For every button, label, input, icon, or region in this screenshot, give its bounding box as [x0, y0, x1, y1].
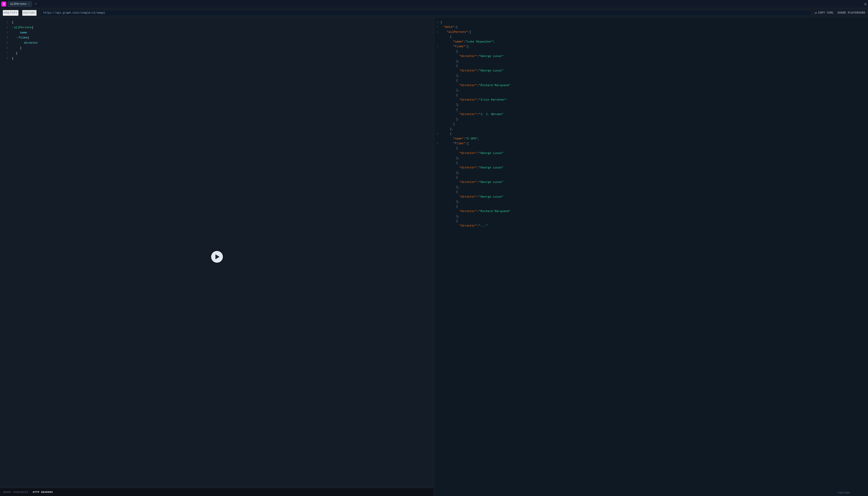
json-line: },	[434, 185, 868, 189]
json-line: "director": "George Lucas"	[434, 165, 868, 170]
json-line: {	[434, 175, 868, 180]
json-line: "name": "Luke Skywalker",	[434, 39, 868, 44]
settings-icon[interactable]: ⚙	[864, 2, 867, 6]
run-button-container	[211, 251, 223, 263]
code-line-7: 7 }	[0, 51, 434, 56]
json-line: ]	[434, 122, 868, 126]
json-line: {	[434, 107, 868, 112]
json-line: {	[434, 49, 868, 54]
play-icon	[216, 254, 220, 259]
json-line: "director": "George Lucas"	[434, 195, 868, 199]
tab-allpersons[interactable]: allPersons ×	[8, 1, 32, 7]
json-line: ▾ "films": [	[434, 141, 868, 146]
json-line: },	[434, 214, 868, 219]
history-button[interactable]: HISTORY	[22, 10, 37, 16]
json-line: "director": "Richard Marquand"	[434, 209, 868, 214]
prettify-button[interactable]: PRETTIFY	[3, 10, 18, 16]
json-line: "director": "Irvin Kershner"	[434, 97, 868, 102]
json-line: "director": "George Lucas"	[434, 54, 868, 59]
json-line: },	[434, 127, 868, 131]
json-line: "name": "C-3PO",	[434, 136, 868, 141]
json-line: },	[434, 73, 868, 78]
expand-icon-2[interactable]: ▾	[12, 26, 13, 30]
code-line-1: 1 {	[0, 20, 434, 25]
json-line: {	[434, 146, 868, 151]
copy-curl-label: COPY CURL	[818, 11, 834, 14]
json-line: "director": "George Lucas"	[434, 151, 868, 156]
code-line-6: 6 }	[0, 46, 434, 51]
json-line: ▾ {	[434, 131, 868, 136]
tab-label: allPersons	[10, 2, 27, 6]
code-line-4: 4 ▾ films {	[0, 35, 434, 41]
json-line: "director": "George Lucas"	[434, 68, 868, 73]
result-pane: ▾ { ▾ "data": { ▾ "allPersons": [ {	[434, 18, 868, 496]
code-line-8: 8 }	[0, 56, 434, 61]
tab-close-icon[interactable]: ×	[28, 2, 30, 6]
json-line: }	[434, 117, 868, 122]
main-content: 1 { 2 ▾ allPersons { 3 name 4 ▾ films { …	[0, 18, 868, 496]
query-variables-tab[interactable]: QUERY VARIABLES	[3, 491, 28, 494]
json-line: },	[434, 88, 868, 92]
json-line: },	[434, 170, 868, 175]
json-line: {	[434, 189, 868, 194]
json-line: },	[434, 102, 868, 107]
json-line: },	[434, 59, 868, 63]
json-line: ▾ {	[434, 20, 868, 25]
share-playground-button[interactable]: SHARE PLAYGROUND	[837, 11, 865, 14]
toolbar-right: ↺ COPY CURL SHARE PLAYGROUND	[815, 11, 865, 15]
json-line: "director": "George Lucas"	[434, 180, 868, 185]
tab-bar: Q allPersons × + ⚙	[0, 0, 868, 8]
json-line: {	[434, 34, 868, 39]
json-line: "director": "..."	[434, 223, 868, 228]
json-line: },	[434, 156, 868, 160]
json-line: "director": "Richard Marquand"	[434, 83, 868, 88]
json-line: {	[434, 93, 868, 97]
json-line: },	[434, 199, 868, 204]
new-tab-button[interactable]: +	[33, 1, 38, 7]
code-line-3: 3 name	[0, 30, 434, 35]
json-line: ▾ "data": {	[434, 25, 868, 29]
json-line: {	[434, 160, 868, 165]
app-logo: Q	[1, 2, 6, 6]
json-line: {	[434, 78, 868, 83]
code-line-2: 2 ▾ allPersons {	[0, 25, 434, 30]
query-footer: QUERY VARIABLES HTTP HEADERS	[0, 488, 434, 496]
run-query-button[interactable]	[211, 251, 223, 263]
url-input[interactable]	[40, 10, 811, 16]
code-line-5: 5 director	[0, 41, 434, 46]
toolbar: PRETTIFY HISTORY ↺ COPY CURL SHARE PLAYG…	[0, 8, 868, 18]
json-line: ▾ "films": [	[434, 44, 868, 49]
query-pane: 1 { 2 ▾ allPersons { 3 name 4 ▾ films { …	[0, 18, 434, 496]
json-line: {	[434, 204, 868, 209]
expand-icon-4[interactable]: ▾	[16, 36, 18, 40]
json-line: "director": "J. J. Abrams"	[434, 112, 868, 117]
json-line: {	[434, 219, 868, 223]
json-line: ▾ "allPersons": [	[434, 30, 868, 34]
http-headers-tab[interactable]: HTTP HEADERS	[33, 491, 53, 494]
json-line: {	[434, 63, 868, 68]
result-content: ▾ { ▾ "data": { ▾ "allPersons": [ {	[434, 18, 868, 496]
tracing-button[interactable]: TRACING	[838, 492, 850, 494]
copy-curl-button[interactable]: ↺ COPY CURL	[815, 11, 834, 15]
